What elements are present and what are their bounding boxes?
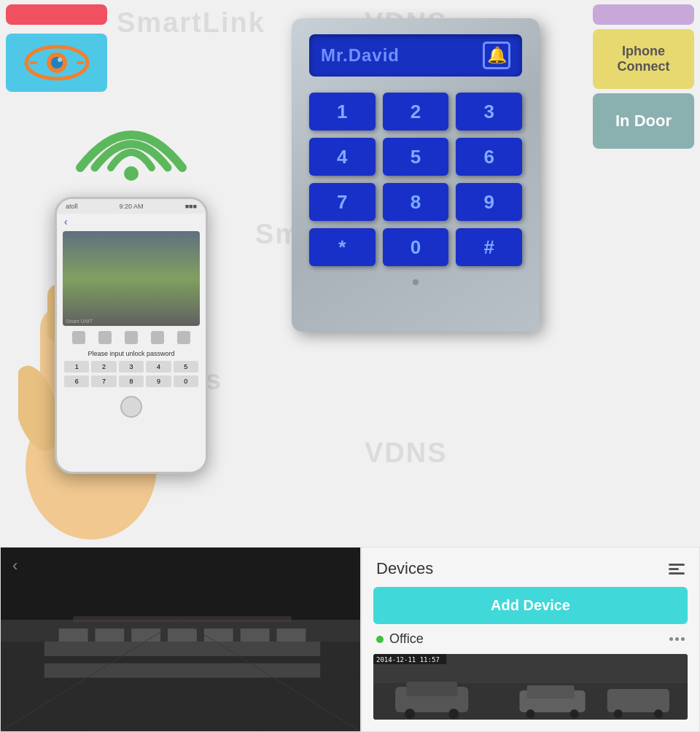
key-6[interactable]: 6: [456, 138, 522, 176]
key-star[interactable]: *: [309, 228, 376, 266]
svg-rect-22: [168, 628, 197, 642]
phone-device: atoll 9:20 AM ■■■ ‹ Smart UNIT: [55, 197, 208, 474]
svg-text:2014-12-11 11:57: 2014-12-11 11:57: [376, 656, 440, 663]
svg-rect-23: [204, 628, 233, 642]
keypad-grid: 1 2 3 4 5 6 7 8 9 * 0 #: [309, 93, 522, 266]
key-9[interactable]: 9: [456, 183, 522, 221]
key-0[interactable]: 0: [383, 228, 449, 266]
key-5[interactable]: 5: [383, 138, 449, 176]
bottom-section: ‹ 2011.12.11 11:57:21: [0, 547, 700, 732]
camera-scene-svg: [1, 548, 360, 731]
device-row-office: Office: [362, 624, 699, 651]
svg-point-44: [654, 709, 663, 718]
svg-point-40: [526, 709, 534, 718]
bell-icon: 🔔: [483, 42, 510, 69]
svg-rect-19: [59, 628, 88, 642]
camera-feed-panel: ‹ 2011.12.11 11:57:21: [0, 547, 361, 732]
unlock-label: Please input unlock password: [57, 348, 206, 359]
svg-rect-18: [44, 663, 320, 678]
key-4[interactable]: 4: [309, 138, 376, 176]
back-arrow[interactable]: ‹: [12, 556, 18, 575]
purple-button[interactable]: [593, 4, 694, 25]
svg-rect-39: [526, 685, 574, 698]
devices-title: Devices: [376, 559, 433, 578]
svg-rect-35: [406, 682, 457, 696]
online-status-dot: [376, 636, 384, 643]
phone-promo-area: atoll 9:20 AM ■■■ ‹ Smart UNIT: [0, 0, 314, 547]
key-2[interactable]: 2: [383, 93, 449, 131]
svg-point-36: [405, 709, 415, 719]
svg-point-41: [570, 709, 579, 718]
svg-rect-24: [241, 628, 270, 642]
svg-rect-17: [44, 642, 320, 656]
iphone-connect-button[interactable]: Iphone Connect: [593, 29, 694, 89]
svg-rect-42: [607, 689, 669, 712]
device-name-area: Office: [376, 631, 424, 647]
list-icon[interactable]: [669, 564, 685, 575]
svg-rect-25: [276, 628, 306, 642]
key-7[interactable]: 7: [309, 183, 376, 221]
device-options-menu[interactable]: [669, 637, 685, 641]
devices-header: Devices: [362, 548, 699, 587]
add-device-button[interactable]: Add Device: [373, 587, 688, 624]
key-8[interactable]: 8: [383, 183, 449, 221]
key-3[interactable]: 3: [456, 93, 522, 131]
svg-rect-20: [95, 628, 124, 642]
device-name-label: Office: [389, 631, 424, 647]
svg-point-37: [448, 709, 459, 719]
watermark-5: VDNS: [365, 437, 448, 469]
devices-panel: Devices Add Device Office: [361, 547, 700, 732]
indoors-button[interactable]: In Door: [593, 93, 694, 149]
svg-point-43: [614, 709, 623, 718]
keypad-device-area: Mr.David 🔔 1 2 3 4 5 6 7 8 9 * 0 #: [292, 7, 561, 335]
keypad-display-name: Mr.David: [321, 45, 400, 66]
hand-phone-illustration: atoll 9:20 AM ■■■ ‹ Smart UNIT: [18, 160, 259, 540]
svg-rect-26: [1, 685, 88, 731]
key-hash[interactable]: #: [456, 228, 522, 266]
svg-rect-27: [262, 678, 360, 731]
top-promo-section: SmartLink VDNS SmartLink Access VDNS: [0, 0, 700, 547]
device-thumbnail[interactable]: 2014-12-11 11:57: [373, 654, 688, 720]
right-sidebar: Iphone Connect In Door: [587, 0, 700, 547]
key-1[interactable]: 1: [309, 93, 376, 131]
